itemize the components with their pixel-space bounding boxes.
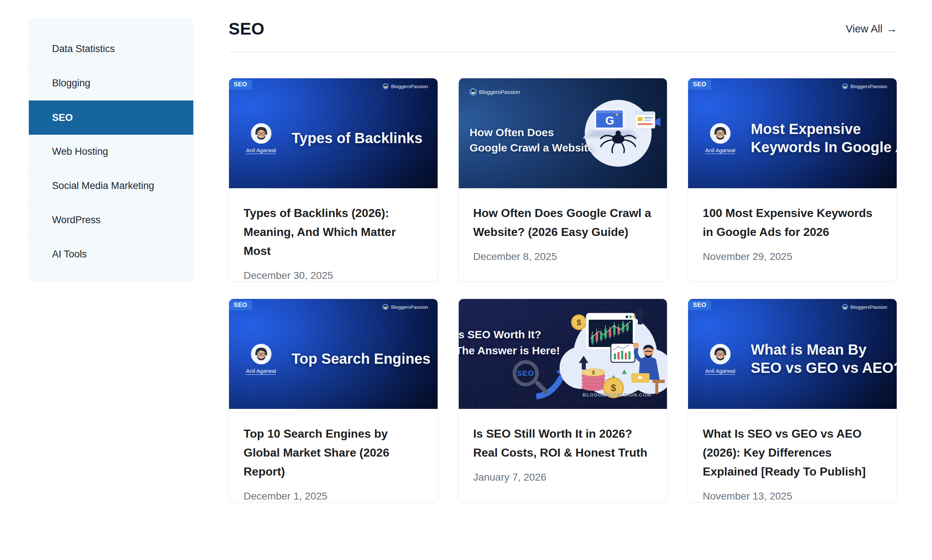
article-title[interactable]: Types of Backlinks (2026): Meaning, And … [243, 203, 423, 260]
author-name: Anil Agarwal [705, 147, 735, 153]
bloggerspassion-logo-text: BloggersPassion [391, 305, 428, 310]
view-all-label: View All [846, 23, 883, 35]
bloggerspassion-logo-icon [383, 304, 388, 310]
article-card-body: Types of Backlinks (2026): Meaning, And … [229, 188, 438, 282]
seo-category-page: Data Statistics Blogging SEO Web Hosting… [0, 0, 932, 503]
category-nav: Data Statistics Blogging SEO Web Hosting… [29, 32, 193, 272]
thumbnail-content: Anil Agarwal What is Mean By SEO vs GEO … [688, 299, 897, 409]
article-date: November 29, 2025 [703, 251, 882, 263]
bloggerspassion-logo-icon [470, 88, 477, 95]
seo-badge: SEO [688, 80, 711, 89]
bloggerspassion-logo-icon [383, 83, 388, 89]
seo-badge: SEO [229, 80, 252, 89]
article-date: January 7, 2026 [473, 472, 653, 483]
bloggerspassion-logo-icon [842, 83, 848, 89]
article-grid: SEO BloggersPassion Anil Agarwal Types o… [229, 78, 897, 503]
thumbnail-title: Most Expensive Keywords In Google Ads [751, 120, 897, 156]
article-thumbnail[interactable]: BloggersPassion How Often Does Google Cr… [459, 78, 667, 188]
bloggerspassion-logo: BloggersPassion [383, 304, 428, 310]
thumbnail-content: Anil Agarwal Most Expensive Keywords In … [688, 78, 897, 188]
site-caption: BLOGGERSPASSION.COM [568, 392, 666, 398]
article-date: December 8, 2025 [473, 251, 653, 263]
bloggerspassion-logo: BloggersPassion [383, 83, 428, 89]
sidebar-item-data-statistics[interactable]: Data Statistics [29, 32, 193, 66]
bloggerspassion-logo: BloggersPassion [842, 304, 887, 310]
article-card[interactable]: SEO BloggersPassion Anil Agarwal What is… [688, 298, 897, 503]
article-card-body: Top 10 Search Engines by Global Market S… [229, 409, 438, 502]
section-header: SEO View All → [229, 19, 897, 38]
article-title[interactable]: What Is SEO vs GEO vs AEO (2026): Key Di… [703, 424, 882, 481]
article-title[interactable]: 100 Most Expensive Keywords in Google Ad… [703, 203, 882, 242]
author-name: Anil Agarwal [705, 368, 735, 374]
author-name: Anil Agarwal [246, 368, 276, 374]
bloggerspassion-logo-text: BloggersPassion [479, 89, 520, 95]
sidebar-item-blogging[interactable]: Blogging [29, 66, 193, 100]
article-thumbnail[interactable]: SEO BloggersPassion Anil Agarwal Top Sea… [229, 299, 438, 409]
sidebar-item-ai-tools[interactable]: AI Tools [29, 237, 193, 272]
seo-magnifier-icon: SEO [512, 360, 539, 386]
thumbnail-title: Top Search Engines [292, 349, 431, 368]
article-date: December 1, 2025 [243, 491, 423, 502]
author-avatar [710, 123, 731, 144]
arrow-right-icon: → [886, 23, 897, 34]
main-content: SEO View All → SEO BloggersPassion [229, 18, 897, 503]
view-all-link[interactable]: View All → [846, 23, 897, 35]
article-title[interactable]: How Often Does Google Crawl a Website? (… [473, 203, 653, 242]
author-avatar [710, 344, 731, 365]
article-card[interactable]: SEO BloggersPassion Anil Agarwal Types o… [229, 78, 438, 282]
author-block: Anil Agarwal [243, 344, 279, 374]
thumbnail-title: How Often Does Google Crawl a Website [470, 125, 594, 155]
article-date: November 13, 2025 [703, 491, 882, 502]
article-card-body: Is SEO Still Worth It in 2026? Real Cost… [459, 409, 667, 483]
bloggerspassion-logo: BloggersPassion [842, 83, 887, 89]
bloggerspassion-logo-text: BloggersPassion [850, 305, 887, 310]
article-title[interactable]: Top 10 Search Engines by Global Market S… [243, 424, 423, 481]
thumbnail-content: Anil Agarwal Top Search Engines [229, 299, 438, 409]
svg-text:G: G [606, 114, 614, 127]
thumbnail-content: Anil Agarwal Types of Backlinks [229, 78, 438, 188]
article-card[interactable]: Is SEO Worth It? The Answer is Here! SEO [458, 298, 668, 503]
article-thumbnail[interactable]: SEO BloggersPassion Anil Agarwal Types o… [229, 78, 438, 188]
page-title: SEO [229, 19, 265, 38]
bloggerspassion-logo-icon [842, 304, 848, 310]
magnifier-label: SEO [517, 369, 534, 378]
article-thumbnail[interactable]: SEO BloggersPassion Anil Agarwal What is… [688, 299, 897, 409]
sidebar-item-seo[interactable]: SEO [29, 100, 193, 135]
thumbnail-title: What is Mean By SEO vs GEO vs AEO? [751, 340, 897, 377]
author-block: Anil Agarwal [702, 123, 738, 153]
author-avatar [251, 123, 272, 144]
article-card-body: What Is SEO vs GEO vs AEO (2026): Key Di… [688, 409, 897, 502]
article-thumbnail[interactable]: Is SEO Worth It? The Answer is Here! SEO [459, 299, 667, 409]
bloggerspassion-logo-text: BloggersPassion [850, 84, 887, 89]
thumbnail-title: Is SEO Worth It? The Answer is Here! [459, 327, 560, 358]
article-card[interactable]: SEO BloggersPassion Anil Agarwal Top Sea… [229, 298, 438, 503]
thumbnail-title: Types of Backlinks [292, 129, 422, 147]
svg-text:$: $ [592, 369, 595, 375]
author-block: Anil Agarwal [702, 344, 738, 374]
category-sidebar: Data Statistics Blogging SEO Web Hosting… [29, 18, 193, 282]
header-divider [229, 52, 897, 52]
svg-text:$: $ [577, 318, 581, 327]
seo-badge: SEO [229, 300, 252, 310]
author-avatar [251, 344, 272, 365]
svg-text:$: $ [611, 382, 616, 393]
author-block: Anil Agarwal [243, 123, 279, 153]
bloggerspassion-logo-text: BloggersPassion [391, 84, 428, 89]
author-name: Anil Agarwal [246, 147, 276, 153]
article-card[interactable]: SEO BloggersPassion Anil Agarwal Most Ex… [688, 78, 897, 282]
sidebar-item-social-media-marketing[interactable]: Social Media Marketing [29, 169, 193, 203]
article-title[interactable]: Is SEO Still Worth It in 2026? Real Cost… [473, 424, 653, 462]
sidebar-item-wordpress[interactable]: WordPress [29, 203, 193, 237]
article-thumbnail[interactable]: SEO BloggersPassion Anil Agarwal Most Ex… [688, 78, 897, 188]
bloggerspassion-logo: BloggersPassion [470, 88, 520, 95]
article-card-body: How Often Does Google Crawl a Website? (… [459, 188, 667, 263]
seo-badge: SEO [688, 300, 711, 310]
article-card[interactable]: BloggersPassion How Often Does Google Cr… [458, 78, 668, 282]
article-card-body: 100 Most Expensive Keywords in Google Ad… [688, 188, 897, 263]
article-date: December 30, 2025 [243, 270, 423, 282]
sidebar-item-web-hosting[interactable]: Web Hosting [29, 135, 193, 169]
